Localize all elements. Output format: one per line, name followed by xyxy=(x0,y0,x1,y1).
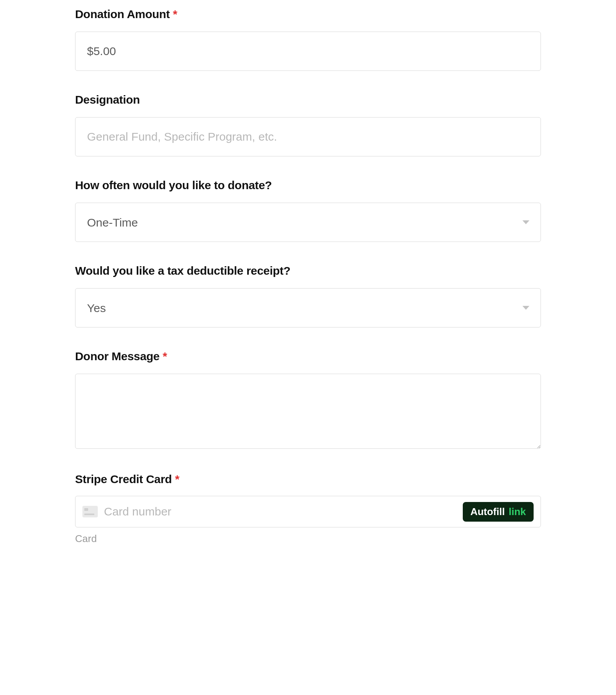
donation-amount-label-text: Donation Amount xyxy=(75,8,170,20)
frequency-select-wrapper: One-Time xyxy=(75,203,541,242)
stripe-card-label: Stripe Credit Card * xyxy=(75,473,541,486)
donation-amount-label: Donation Amount * xyxy=(75,8,541,21)
required-asterisk: * xyxy=(163,350,167,363)
donor-message-group: Donor Message * xyxy=(75,350,541,450)
donor-message-textarea[interactable] xyxy=(75,374,541,449)
autofill-label: Autofill xyxy=(470,506,505,518)
tax-receipt-label-text: Would you like a tax deductible receipt? xyxy=(75,264,290,277)
credit-card-icon xyxy=(82,506,98,517)
designation-input[interactable] xyxy=(75,117,541,156)
card-input-wrapper[interactable]: Card number Autofill link xyxy=(75,496,541,527)
frequency-label-text: How often would you like to donate? xyxy=(75,179,272,191)
donor-message-label: Donor Message * xyxy=(75,350,541,363)
frequency-group: How often would you like to donate? One-… xyxy=(75,179,541,242)
tax-receipt-group: Would you like a tax deductible receipt?… xyxy=(75,264,541,327)
donation-form: Donation Amount * Designation How often … xyxy=(33,8,583,545)
required-asterisk: * xyxy=(173,8,177,20)
donation-amount-input[interactable] xyxy=(75,32,541,71)
frequency-label: How often would you like to donate? xyxy=(75,179,541,192)
tax-receipt-select-wrapper: Yes xyxy=(75,288,541,327)
frequency-select[interactable]: One-Time xyxy=(75,203,541,242)
donor-message-label-text: Donor Message xyxy=(75,350,160,363)
designation-label-text: Designation xyxy=(75,93,140,106)
autofill-brand: link xyxy=(509,506,526,518)
tax-receipt-select[interactable]: Yes xyxy=(75,288,541,327)
designation-group: Designation xyxy=(75,93,541,156)
card-helper-text: Card xyxy=(75,533,541,545)
designation-label: Designation xyxy=(75,93,541,106)
required-asterisk: * xyxy=(175,473,179,485)
tax-receipt-label: Would you like a tax deductible receipt? xyxy=(75,264,541,277)
card-number-placeholder: Card number xyxy=(104,505,457,518)
stripe-card-label-text: Stripe Credit Card xyxy=(75,473,172,485)
donation-amount-group: Donation Amount * xyxy=(75,8,541,71)
autofill-link-button[interactable]: Autofill link xyxy=(463,502,534,522)
stripe-card-group: Stripe Credit Card * Card number Autofil… xyxy=(75,473,541,545)
